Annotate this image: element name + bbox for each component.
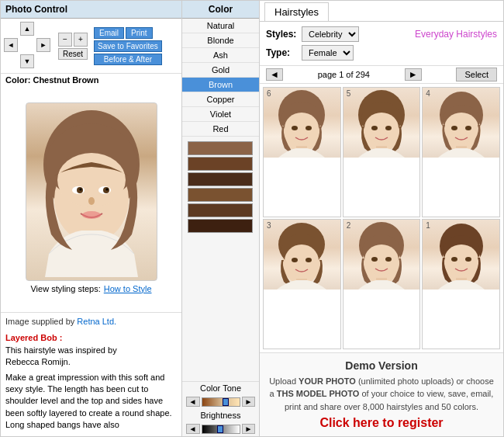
svg-point-30 — [444, 113, 478, 144]
empty-2 — [36, 22, 50, 36]
brightness-slider-row: ◄ ► — [182, 421, 259, 436]
svg-point-17 — [292, 126, 298, 130]
thumb-face-svg-2 — [350, 220, 413, 290]
zoom-out-btn[interactable]: − — [58, 33, 72, 47]
face-thumb-1 — [423, 220, 499, 290]
svg-point-12 — [82, 211, 101, 219]
thumb-face-svg-5 — [350, 88, 413, 158]
color-tone-right-arrow[interactable]: ► — [242, 397, 256, 407]
color-option-violet[interactable]: Violet — [182, 107, 259, 122]
color-tone-left-arrow[interactable]: ◄ — [186, 397, 200, 407]
empty-4 — [4, 54, 18, 68]
pagination-row: ◄ page 1 of 294 ► Select — [260, 66, 503, 84]
arrow-pad: ▲ ◄ ► ▼ — [4, 22, 52, 70]
thumb-face-svg-3 — [271, 220, 333, 290]
thumb-6[interactable]: 6 — [263, 87, 341, 217]
type-row: Type: Female — [266, 45, 497, 61]
demo-title: Demo Version — [269, 359, 494, 372]
color-tone-slider[interactable] — [202, 397, 240, 407]
styles-select[interactable]: Celebrity — [302, 26, 359, 42]
thumb-num-1: 1 — [426, 221, 430, 230]
type-select[interactable]: Female — [302, 45, 354, 61]
brightness-slider[interactable] — [202, 425, 240, 434]
svg-point-38 — [292, 258, 298, 262]
down-arrow-btn[interactable]: ▼ — [20, 54, 34, 68]
brightness-left-arrow[interactable]: ◄ — [186, 424, 200, 434]
brightness-right-arrow[interactable]: ► — [242, 424, 256, 434]
zoom-in-btn[interactable]: + — [74, 33, 88, 47]
swatch-3[interactable] — [188, 172, 253, 186]
color-tone-section: Color Tone ◄ ► Brightness ◄ ► — [182, 381, 259, 436]
color-option-brown[interactable]: Brown — [182, 78, 259, 92]
styling-steps-row: View styling steps: How to Style — [27, 281, 154, 297]
print-button[interactable]: Print — [126, 27, 153, 39]
hairstyles-tab: Hairstyles — [260, 1, 503, 22]
color-option-ash[interactable]: Ash — [182, 48, 259, 63]
select-button[interactable]: Select — [456, 68, 497, 82]
color-swatches — [188, 141, 254, 233]
thumb-2[interactable]: 2 — [343, 219, 421, 349]
thumb-3[interactable]: 3 — [263, 219, 341, 349]
svg-point-24 — [371, 126, 378, 130]
thumb-num-5: 5 — [347, 89, 351, 98]
color-option-natural[interactable]: Natural — [182, 19, 259, 33]
model-image — [26, 102, 157, 281]
everyday-hairstyles-link[interactable]: Everyday Hairstyles — [415, 29, 497, 40]
color-tone-thumb[interactable] — [223, 398, 229, 406]
face-thumb-4 — [423, 88, 499, 158]
brightness-label: Brightness — [182, 409, 259, 421]
color-option-gold[interactable]: Gold — [182, 63, 259, 78]
face-thumb-6 — [264, 88, 340, 158]
prev-page-btn[interactable]: ◄ — [266, 68, 283, 81]
how-to-style-link[interactable]: How to Style — [104, 284, 152, 293]
description-area: Image supplied by Retna Ltd. Layered Bob… — [1, 312, 181, 436]
photo-area: View styling steps: How to Style — [1, 86, 181, 312]
color-panel-header: Color — [182, 1, 259, 19]
register-link[interactable]: Click here to register — [269, 416, 494, 430]
svg-point-32 — [465, 126, 471, 130]
up-arrow-btn[interactable]: ▲ — [20, 22, 34, 36]
svg-point-16 — [285, 113, 319, 144]
svg-point-53 — [465, 257, 471, 262]
swatch-1[interactable] — [188, 141, 253, 155]
thumb-5[interactable]: 5 — [343, 87, 421, 217]
svg-point-18 — [306, 126, 312, 130]
svg-point-45 — [371, 257, 378, 262]
swatch-2[interactable] — [188, 157, 253, 171]
right-panel: Hairstyles Styles: Celebrity Everyday Ha… — [260, 0, 504, 437]
svg-point-52 — [451, 257, 457, 262]
swatch-5[interactable] — [188, 203, 253, 217]
thumb-num-2: 2 — [347, 221, 351, 230]
svg-point-46 — [385, 257, 392, 262]
brightness-thumb[interactable] — [217, 425, 223, 433]
face-thumb-2 — [343, 220, 420, 290]
demo-bold-1: YOUR PHOTO — [299, 376, 356, 386]
color-option-blonde[interactable]: Blonde — [182, 33, 259, 48]
thumbnails-grid: 6 5 — [260, 84, 503, 352]
right-arrow-btn[interactable]: ► — [36, 38, 50, 52]
swatch-6[interactable] — [188, 219, 253, 233]
svg-point-31 — [451, 126, 457, 130]
before-after-button[interactable]: Before & After — [94, 54, 162, 65]
style-title: Layered Bob : — [5, 332, 177, 344]
zoom-reset: − + Reset — [58, 33, 88, 60]
color-option-red[interactable]: Red — [182, 122, 259, 137]
next-page-btn[interactable]: ► — [405, 68, 422, 81]
thumb-4[interactable]: 4 — [422, 87, 500, 217]
save-favorites-button[interactable]: Save to Favorites — [94, 40, 162, 52]
left-arrow-btn[interactable]: ◄ — [4, 38, 18, 52]
color-options-list: Natural Blonde Ash Gold Brown Copper Vio… — [182, 19, 259, 137]
thumb-1[interactable]: 1 — [422, 219, 500, 349]
thumb-num-4: 4 — [426, 89, 430, 98]
middle-panel: Color Natural Blonde Ash Gold Brown Copp… — [182, 0, 260, 437]
color-option-copper[interactable]: Copper — [182, 92, 259, 107]
company-link[interactable]: Retna Ltd. — [77, 317, 116, 326]
thumb-face-svg-4 — [430, 88, 492, 158]
swatch-4[interactable] — [188, 188, 253, 202]
reset-btn[interactable]: Reset — [58, 48, 88, 60]
email-button[interactable]: Email — [94, 27, 124, 39]
svg-point-10 — [105, 188, 108, 190]
tab-hairstyles[interactable]: Hairstyles — [264, 2, 329, 21]
demo-bold-2: THS MODEL PHOTO — [277, 389, 360, 398]
demo-description: Upload YOUR PHOTO (unlimited photo uploa… — [269, 375, 494, 414]
